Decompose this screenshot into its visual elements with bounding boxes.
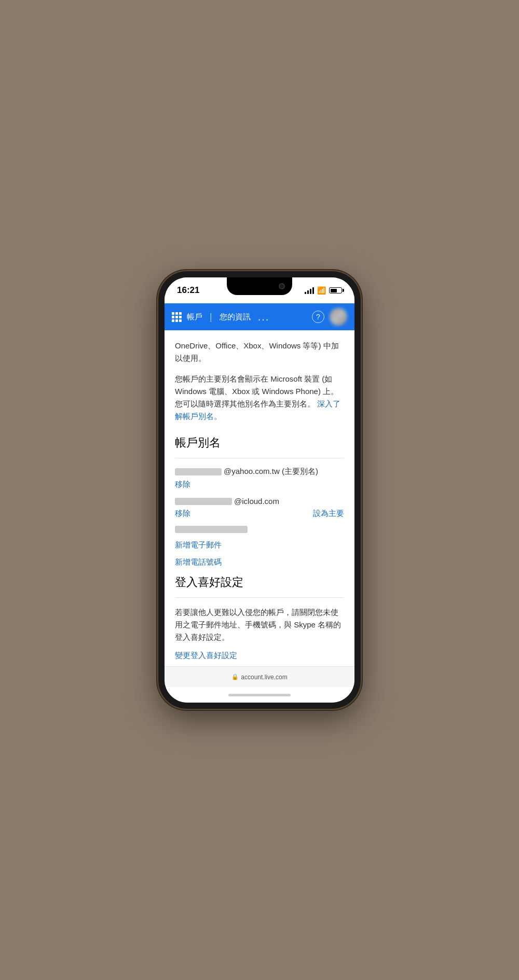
email-entry-3 bbox=[175, 526, 344, 533]
email2-actions: 移除 設為主要 bbox=[175, 509, 344, 519]
nav-account-label[interactable]: 帳戶 bbox=[187, 312, 202, 322]
add-email-link[interactable]: 新增電子郵件 bbox=[175, 540, 344, 550]
login-pref-divider bbox=[175, 597, 344, 598]
home-bar bbox=[228, 694, 291, 696]
email-row-2: @icloud.com bbox=[175, 497, 344, 506]
email3-blurred bbox=[175, 526, 248, 533]
grid-icon[interactable] bbox=[172, 312, 182, 322]
change-login-pref-link[interactable]: 變更登入喜好設定 bbox=[175, 651, 344, 661]
email1-blurred bbox=[175, 468, 222, 475]
url-text: account.live.com bbox=[241, 674, 287, 681]
notch-camera bbox=[279, 283, 285, 289]
email-row-1: @yahoo.com.tw (主要別名) bbox=[175, 467, 344, 477]
email2-remove-link[interactable]: 移除 bbox=[175, 509, 190, 519]
lock-icon: 🔒 bbox=[231, 674, 239, 680]
nav-your-info-label[interactable]: 您的資訊 bbox=[220, 312, 251, 322]
status-bar: 16:21 📶 bbox=[165, 277, 354, 303]
login-pref-section: 登入喜好設定 若要讓他人更難以入侵您的帳戶，請關閉您未使用之電子郵件地址、手機號… bbox=[175, 575, 344, 666]
home-indicator bbox=[165, 687, 354, 703]
add-links: 新增電子郵件 新增電話號碼 bbox=[175, 540, 344, 567]
notch bbox=[227, 277, 292, 295]
email-entry-1: @yahoo.com.tw (主要別名) 移除 bbox=[175, 467, 344, 489]
email-entry-2: @icloud.com 移除 設為主要 bbox=[175, 497, 344, 519]
login-pref-description: 若要讓他人更難以入侵您的帳戶，請關閉您未使用之電子郵件地址、手機號碼，與 Sky… bbox=[175, 606, 344, 643]
section-divider bbox=[175, 458, 344, 458]
login-pref-title: 登入喜好設定 bbox=[175, 575, 344, 590]
battery-icon bbox=[329, 287, 342, 293]
avatar[interactable] bbox=[330, 308, 347, 326]
bottom-bar: 🔒 account.live.com bbox=[165, 666, 354, 687]
section-alias-title: 帳戶別名 bbox=[175, 435, 344, 451]
email2-suffix: @icloud.com bbox=[234, 497, 279, 506]
nav-divider: | bbox=[210, 312, 212, 323]
wifi-icon: 📶 bbox=[317, 286, 326, 295]
email1-actions: 移除 bbox=[175, 480, 344, 489]
email1-suffix: @yahoo.com.tw (主要別名) bbox=[224, 467, 318, 477]
alias-description: 您帳戶的主要別名會顯示在 Microsoft 裝置 (如 Windows 電腦、… bbox=[175, 373, 344, 423]
add-phone-link[interactable]: 新增電話號碼 bbox=[175, 557, 344, 567]
nav-bar: 帳戶 | 您的資訊 ... ? bbox=[165, 303, 354, 330]
email2-blurred bbox=[175, 498, 232, 505]
email1-remove-link[interactable]: 移除 bbox=[175, 480, 190, 489]
nav-more-button[interactable]: ... bbox=[258, 311, 270, 323]
status-time: 16:21 bbox=[177, 285, 199, 296]
signal-bars-icon bbox=[305, 287, 314, 294]
url-bar: 🔒 account.live.com bbox=[231, 674, 287, 681]
help-button[interactable]: ? bbox=[312, 311, 324, 323]
content-area[interactable]: OneDrive、Office、Xbox、Windows 等等) 中加以使用。 … bbox=[165, 330, 354, 666]
status-icons: 📶 bbox=[305, 286, 342, 295]
phone-screen: 16:21 📶 bbox=[165, 277, 354, 703]
intro-text: OneDrive、Office、Xbox、Windows 等等) 中加以使用。 bbox=[175, 340, 344, 365]
phone-frame: 16:21 📶 bbox=[158, 271, 361, 709]
email2-set-primary-link[interactable]: 設為主要 bbox=[313, 509, 344, 519]
